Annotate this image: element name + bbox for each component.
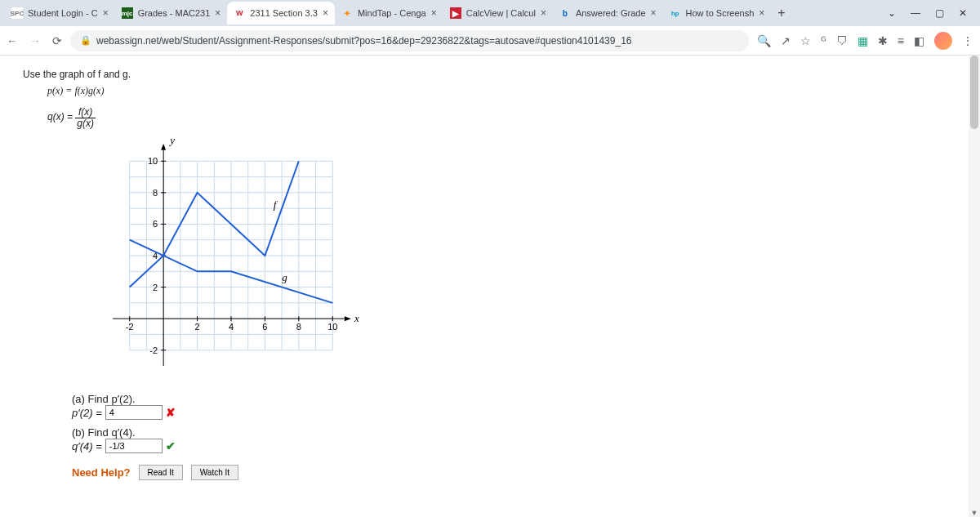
puzzle-icon[interactable]: ✱	[878, 34, 888, 47]
favicon-mindtap: ✦	[341, 7, 353, 19]
scroll-thumb[interactable]	[970, 56, 978, 129]
tab-title-4: CalcView | Calcul	[466, 8, 536, 18]
avatar[interactable]	[934, 32, 952, 50]
tab-1[interactable]: m|c Grades - MAC231 ×	[115, 2, 228, 25]
svg-text:10: 10	[327, 323, 337, 332]
tab-2[interactable]: W 2311 Section 3.3 ×	[227, 2, 335, 25]
close-icon[interactable]: ×	[431, 7, 437, 19]
svg-text:-2: -2	[126, 323, 134, 332]
part-a-label: (a) Find p′(2).	[72, 393, 957, 405]
lock-icon: 🔒	[80, 35, 91, 46]
favicon-wa: W	[234, 7, 245, 19]
svg-text:x: x	[354, 313, 359, 325]
close-icon[interactable]: ×	[215, 7, 220, 19]
url-text: webassign.net/web/Student/Assignment-Res…	[96, 35, 631, 47]
tab-6[interactable]: hp How to Screensh ×	[663, 2, 772, 25]
svg-text:4: 4	[229, 323, 234, 332]
extension-icon[interactable]: ▦	[858, 34, 868, 47]
part-a: (a) Find p′(2). p′(2) = ✘	[72, 393, 957, 420]
part-a-lhs: p′(2) =	[72, 407, 102, 419]
part-b-input[interactable]	[105, 439, 163, 453]
tab-title-6: How to Screensh	[686, 8, 755, 18]
part-b-label: (b) Find q′(4).	[72, 426, 957, 439]
svg-text:-2: -2	[149, 345, 158, 355]
part-a-input[interactable]	[105, 405, 163, 420]
svg-text:2: 2	[195, 323, 200, 332]
menu-icon[interactable]: ⋮	[962, 34, 973, 47]
scrollbar[interactable]: ▲ ▼	[969, 56, 980, 517]
svg-text:8: 8	[296, 323, 301, 332]
close-window-icon[interactable]: ✕	[959, 7, 967, 19]
close-icon[interactable]: ×	[103, 7, 109, 19]
reload-icon[interactable]: ⟳	[52, 34, 62, 47]
svg-marker-27	[345, 317, 351, 322]
tab-title-3: MindTap - Cenga	[358, 8, 426, 18]
star-icon[interactable]: ☆	[800, 34, 811, 47]
chevron-down-icon[interactable]: ⌄	[888, 7, 896, 19]
svg-text:6: 6	[153, 220, 158, 230]
shield-icon[interactable]: ⛉	[836, 34, 848, 47]
favicon-spc: SPC	[11, 7, 23, 19]
svg-text:y: y	[168, 137, 175, 146]
read-it-button[interactable]: Read It	[139, 465, 183, 480]
tab-title-5: Answered: Grade	[576, 8, 646, 18]
favicon-bartleby: b	[559, 7, 571, 19]
equation-q: q(x) = f(x) g(x)	[47, 107, 957, 129]
tab-5[interactable]: b Answered: Grade ×	[553, 2, 663, 25]
svg-text:6: 6	[262, 323, 267, 332]
tab-title-1: Grades - MAC231	[138, 8, 211, 18]
favicon-hp: hp	[670, 7, 681, 19]
equation-p: p(x) = f(x)g(x)	[47, 85, 957, 97]
svg-text:8: 8	[153, 188, 158, 198]
favicon-mc: m|c	[122, 7, 133, 19]
graph: -2246810-2246810xyfg	[105, 137, 366, 382]
close-icon[interactable]: ×	[651, 7, 657, 19]
problem-prompt: Use the graph of f and g.	[23, 69, 957, 80]
favicon-calcview: ▶	[450, 7, 461, 19]
svg-text:g: g	[282, 271, 287, 283]
correct-icon: ✔	[166, 439, 176, 452]
scroll-down-icon[interactable]: ▼	[969, 509, 980, 517]
svg-marker-29	[161, 144, 166, 150]
wrong-icon: ✘	[166, 406, 176, 419]
new-tab-button[interactable]: +	[771, 6, 791, 20]
search-icon[interactable]: 🔍	[757, 34, 771, 47]
translate-icon[interactable]: ᴳ	[821, 34, 826, 47]
tab-0[interactable]: SPC Student Login - C ×	[5, 2, 115, 25]
part-b: (b) Find q′(4). q′(4) = ✔	[72, 426, 957, 453]
close-icon[interactable]: ×	[541, 7, 546, 19]
tab-3[interactable]: ✦ MindTap - Cenga ×	[335, 2, 443, 25]
problem-content: Use the graph of f and g. p(x) = f(x)g(x…	[0, 56, 980, 493]
reading-list-icon[interactable]: ≡	[898, 34, 904, 47]
tab-4[interactable]: ▶ CalcView | Calcul ×	[443, 2, 553, 25]
minimize-icon[interactable]: —	[911, 7, 920, 19]
svg-text:2: 2	[153, 283, 158, 292]
tab-title-0: Student Login - C	[28, 8, 98, 18]
tab-title-2: 2311 Section 3.3	[250, 8, 318, 18]
maximize-icon[interactable]: ▢	[935, 7, 944, 19]
side-panel-icon[interactable]: ◧	[914, 34, 924, 47]
back-icon[interactable]: ←	[7, 34, 18, 47]
tab-strip: SPC Student Login - C × m|c Grades - MAC…	[0, 0, 980, 26]
close-icon[interactable]: ×	[759, 7, 764, 19]
svg-text:f: f	[274, 199, 278, 212]
close-icon[interactable]: ×	[323, 7, 328, 19]
part-b-lhs: q′(4) =	[72, 440, 102, 452]
forward-icon[interactable]: →	[29, 34, 41, 47]
address-bar: ← → ⟳ 🔒 webassign.net/web/Student/Assign…	[0, 26, 980, 56]
url-box[interactable]: 🔒 webassign.net/web/Student/Assignment-R…	[70, 30, 749, 51]
watch-it-button[interactable]: Watch It	[191, 465, 238, 480]
svg-text:10: 10	[148, 157, 158, 167]
share-icon[interactable]: ↗	[781, 34, 791, 47]
need-help-label: Need Help?	[72, 466, 131, 479]
